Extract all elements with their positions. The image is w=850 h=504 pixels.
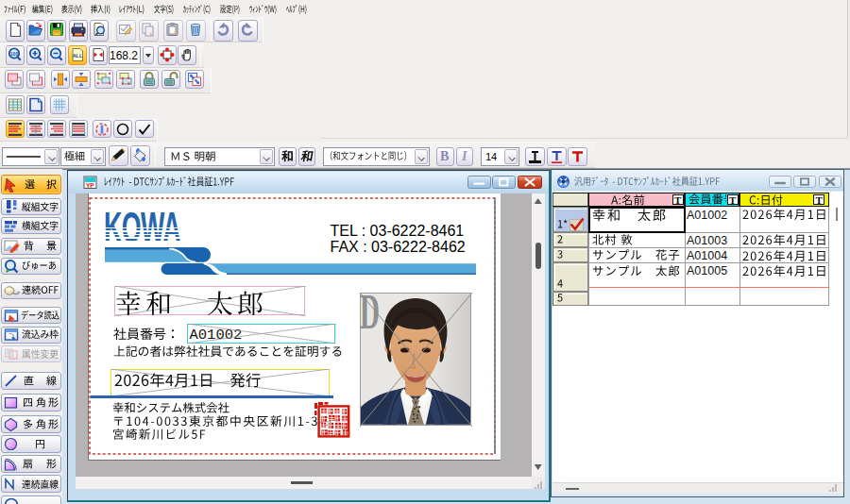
svg-text:100: 100 bbox=[9, 50, 18, 56]
svg-text:ALL: ALL bbox=[73, 52, 83, 58]
svg-text:YP: YP bbox=[86, 182, 94, 189]
